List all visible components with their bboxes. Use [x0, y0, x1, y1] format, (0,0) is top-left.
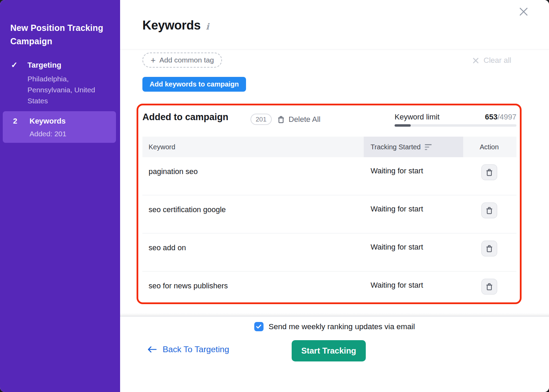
- plus-icon: +: [151, 57, 156, 64]
- header-divider: [120, 49, 549, 49]
- start-tracking-button[interactable]: Start Tracking: [292, 340, 366, 361]
- delete-keyword-button[interactable]: [481, 241, 497, 256]
- back-arrow-icon: [147, 346, 157, 353]
- list-scroll-edge: [120, 313, 549, 316]
- clear-all-button[interactable]: Clear all: [472, 55, 511, 66]
- column-header-keyword: Keyword: [142, 137, 364, 157]
- status-cell: Waiting for start: [371, 205, 423, 214]
- delete-keyword-button[interactable]: [481, 164, 497, 180]
- table-row: seo certification google Waiting for sta…: [142, 195, 516, 233]
- clear-all-icon: [472, 57, 479, 64]
- wizard-title: New Position Tracking Campaign: [10, 21, 110, 48]
- trash-icon: [486, 169, 493, 176]
- added-to-campaign-title: Added to campaign: [142, 112, 229, 123]
- status-cell: Waiting for start: [371, 166, 423, 175]
- new-position-tracking-modal: New Position Tracking Campaign ✓ Targeti…: [0, 0, 549, 392]
- table-row: pagination seo Waiting for start: [142, 157, 516, 195]
- keyword-limit-used: 653: [485, 113, 498, 121]
- add-keywords-to-campaign-button[interactable]: Add keywords to campaign: [142, 77, 246, 92]
- email-optin-checkbox[interactable]: [254, 322, 264, 331]
- check-icon: ✓: [11, 60, 22, 69]
- sort-descending-icon: [425, 144, 432, 150]
- keyword-limit-max: /4997: [498, 113, 516, 121]
- table-header-row: Keyword Tracking Started Action: [142, 137, 516, 157]
- keyword-limit-progressbar: [395, 124, 516, 127]
- step-targeting-sublabel: Philadelphia, Pennsylvania, United State…: [27, 73, 106, 106]
- added-count-badge: 201: [250, 114, 272, 125]
- trash-icon: [486, 283, 493, 291]
- info-icon[interactable]: i: [206, 22, 209, 33]
- wizard-sidebar: New Position Tracking Campaign ✓ Targeti…: [0, 0, 120, 392]
- table-row: seo for news publishers Waiting for star…: [142, 272, 516, 310]
- table-row: seo add on Waiting for start: [142, 233, 516, 272]
- keyword-limit-value: 653/4997: [485, 113, 516, 122]
- delete-all-label: Delete All: [289, 115, 320, 124]
- column-header-action: Action: [463, 137, 516, 157]
- close-icon: [518, 6, 529, 17]
- sidebar-item-keywords[interactable]: 2 Keywords Added: 201: [3, 111, 116, 143]
- keyword-cell: seo certification google: [149, 205, 226, 214]
- clear-all-label: Clear all: [483, 56, 511, 65]
- add-common-tag-button[interactable]: + Add common tag: [142, 53, 222, 68]
- keyword-limit-label: Keyword limit: [395, 113, 440, 122]
- main-content: Keywords i + Add common tag Clear all Ad…: [120, 0, 549, 392]
- tracking-started-label: Tracking Started: [371, 143, 421, 151]
- keywords-table: Keyword Tracking Started Action paginati…: [142, 137, 516, 310]
- back-link-label: Back To Targeting: [163, 345, 229, 354]
- sidebar-item-targeting[interactable]: ✓ Targeting Philadelphia, Pennsylvania, …: [11, 60, 106, 106]
- status-cell: Waiting for start: [371, 243, 423, 252]
- delete-keyword-button[interactable]: [481, 279, 497, 295]
- trash-icon: [486, 245, 493, 253]
- step-keywords-label: Keywords: [30, 116, 66, 126]
- delete-all-button[interactable]: Delete All: [278, 114, 320, 125]
- keyword-cell: seo add on: [149, 243, 186, 252]
- keyword-cell: pagination seo: [149, 167, 198, 176]
- delete-keyword-button[interactable]: [481, 203, 497, 218]
- keyword-cell: seo for news publishers: [149, 281, 228, 290]
- email-optin-label: Send me weekly ranking updates via email: [269, 322, 415, 331]
- email-optin-row: Send me weekly ranking updates via email: [120, 322, 549, 331]
- page-title: Keywords i: [142, 18, 209, 33]
- checkmark-icon: [256, 324, 261, 329]
- step-number: 2: [13, 116, 24, 126]
- keyword-limit-progress-fill: [395, 124, 411, 127]
- trash-icon: [278, 116, 284, 124]
- add-common-tag-label: Add common tag: [160, 56, 214, 64]
- back-to-targeting-link[interactable]: Back To Targeting: [147, 345, 229, 354]
- trash-icon: [486, 207, 493, 215]
- page-title-text: Keywords: [142, 18, 201, 33]
- status-cell: Waiting for start: [371, 281, 423, 290]
- step-keywords-sublabel: Added: 201: [30, 128, 66, 139]
- column-header-tracking-started[interactable]: Tracking Started: [364, 137, 463, 157]
- step-targeting-label: Targeting: [27, 60, 106, 70]
- close-button[interactable]: [517, 5, 530, 19]
